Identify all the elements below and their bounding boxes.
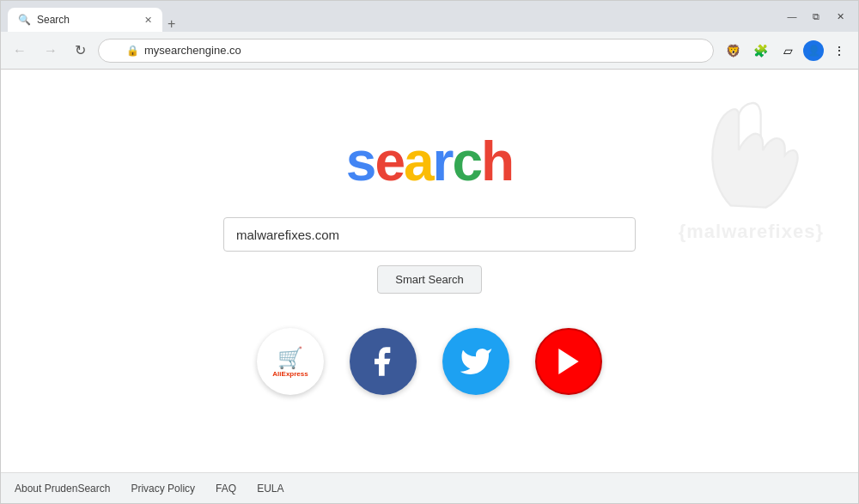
social-icons-row: 🛒 AliExpress bbox=[257, 328, 602, 395]
tab-title: Search bbox=[37, 14, 137, 26]
tab-favicon: 🔍 bbox=[18, 14, 30, 26]
profile-avatar[interactable]: 👤 bbox=[803, 40, 824, 61]
twitter-icon[interactable] bbox=[442, 328, 509, 395]
svg-marker-0 bbox=[558, 349, 578, 374]
window-controls: — ⧉ ✕ bbox=[781, 5, 851, 27]
footer-link-privacy[interactable]: Privacy Policy bbox=[131, 483, 195, 495]
profile-initial: 👤 bbox=[807, 45, 820, 57]
logo-letter-e: e bbox=[375, 131, 404, 192]
main-content: search Smart Search 🛒 AliExpress bbox=[1, 130, 858, 395]
footer: About PrudenSearch Privacy Policy FAQ EU… bbox=[1, 472, 858, 503]
footer-link-eula[interactable]: EULA bbox=[257, 483, 283, 495]
aliexpress-text: AliExpress bbox=[272, 370, 308, 378]
address-text: mysearchengine.co bbox=[144, 44, 241, 57]
brave-icon-button[interactable]: 🦁 bbox=[721, 39, 745, 63]
sidebar-icon-button[interactable]: ▱ bbox=[776, 39, 800, 63]
aliexpress-inner: 🛒 AliExpress bbox=[272, 346, 308, 378]
facebook-f-icon bbox=[366, 344, 400, 379]
logo-letter-s: s bbox=[346, 131, 375, 192]
aliexpress-cart-icon: 🛒 bbox=[277, 346, 303, 370]
address-lock-icon: 🔒 bbox=[126, 45, 139, 57]
youtube-play-icon bbox=[551, 344, 586, 379]
logo-letter-c: c bbox=[453, 131, 482, 192]
refresh-button[interactable]: ↻ bbox=[70, 39, 91, 62]
search-logo: search bbox=[346, 130, 513, 193]
facebook-icon[interactable] bbox=[350, 328, 417, 395]
title-bar: 🔍 Search ✕ + — ⧉ ✕ bbox=[1, 1, 858, 32]
address-bar[interactable]: 🔒 mysearchengine.co bbox=[98, 39, 714, 63]
extensions-icon-button[interactable]: 🧩 bbox=[748, 39, 772, 63]
active-tab[interactable]: 🔍 Search ✕ bbox=[8, 8, 162, 32]
new-tab-button[interactable]: + bbox=[162, 16, 180, 32]
search-input[interactable] bbox=[223, 217, 636, 252]
tab-area: 🔍 Search ✕ + bbox=[8, 1, 777, 32]
footer-link-faq[interactable]: FAQ bbox=[216, 483, 236, 495]
logo-letter-r: r bbox=[433, 131, 453, 192]
search-input-wrapper bbox=[223, 217, 636, 252]
back-button[interactable]: ← bbox=[8, 39, 32, 62]
tab-close-button[interactable]: ✕ bbox=[144, 15, 152, 26]
logo-letter-a: a bbox=[404, 131, 433, 192]
browser-toolbar-icons: 🦁 🧩 ▱ 👤 ⋮ bbox=[721, 39, 851, 63]
smart-search-button[interactable]: Smart Search bbox=[377, 265, 481, 294]
page-content: {malwarefixes} search Smart Search 🛒 Al bbox=[1, 70, 858, 503]
aliexpress-icon[interactable]: 🛒 AliExpress bbox=[257, 328, 324, 395]
twitter-bird-icon bbox=[459, 344, 493, 379]
youtube-icon[interactable] bbox=[535, 328, 602, 395]
browser-frame: 🔍 Search ✕ + — ⧉ ✕ ← → ↻ 🔒 mysearchengin… bbox=[0, 0, 859, 504]
close-button[interactable]: ✕ bbox=[829, 5, 851, 27]
menu-button[interactable]: ⋮ bbox=[827, 39, 851, 63]
forward-button[interactable]: → bbox=[39, 39, 63, 62]
minimize-button[interactable]: — bbox=[781, 5, 803, 27]
restore-button[interactable]: ⧉ bbox=[805, 5, 827, 27]
logo-letter-h: h bbox=[481, 131, 513, 192]
nav-bar: ← → ↻ 🔒 mysearchengine.co 🦁 🧩 ▱ 👤 ⋮ bbox=[1, 32, 858, 70]
footer-link-about[interactable]: About PrudenSearch bbox=[15, 483, 110, 495]
